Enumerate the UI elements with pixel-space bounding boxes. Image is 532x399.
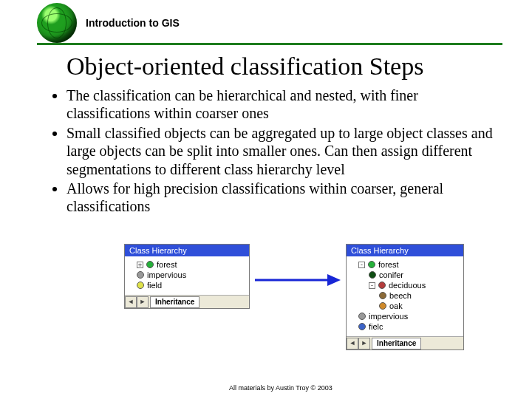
tree-row[interactable]: - deciduous xyxy=(349,280,460,290)
tree-label: forest xyxy=(378,260,399,269)
class-color-icon xyxy=(379,292,386,299)
panel-footer: ◄ ► Inheritance xyxy=(125,295,249,308)
panel-title: Class Hierarchy xyxy=(347,245,463,256)
tree-row[interactable]: impervious xyxy=(128,270,246,280)
class-color-icon xyxy=(137,282,144,289)
arrow-icon xyxy=(250,272,346,288)
tree-left: + forest impervious field xyxy=(125,256,249,295)
course-title: Introduction to GIS xyxy=(86,17,180,29)
slide-title: Object-oriented classification Steps xyxy=(66,52,532,81)
panel-footer: ◄ ► Inheritance xyxy=(347,336,463,349)
tree-row[interactable]: - forest xyxy=(349,259,460,270)
tree-label: conifer xyxy=(379,270,403,279)
tree-label: fielc xyxy=(369,322,383,331)
class-color-icon xyxy=(369,271,376,279)
scroll-left-button[interactable]: ◄ xyxy=(125,296,137,308)
tree-label: impervious xyxy=(147,270,186,279)
tree-row[interactable]: field xyxy=(128,280,246,290)
header-rule xyxy=(37,43,502,45)
tree-row[interactable]: fielc xyxy=(349,321,460,332)
class-color-icon xyxy=(146,261,154,268)
class-hierarchy-panel-right: Class Hierarchy - forest conifer - decid… xyxy=(346,244,464,350)
bullet-list: The classification can be hierarchical a… xyxy=(52,86,502,216)
slide-header: Introduction to GIS xyxy=(0,0,532,43)
hierarchy-panels: Class Hierarchy + forest impervious fiel… xyxy=(124,244,464,350)
panel-title: Class Hierarchy xyxy=(125,245,249,256)
tree-label: impervious xyxy=(369,312,408,321)
tree-label: field xyxy=(147,281,162,290)
svg-marker-1 xyxy=(327,274,341,286)
tree-row[interactable]: impervious xyxy=(349,311,460,321)
tree-label: deciduous xyxy=(389,281,426,290)
class-color-icon xyxy=(137,271,144,279)
scroll-right-button[interactable]: ► xyxy=(358,338,370,349)
tree-label: beech xyxy=(389,291,412,300)
tree-row[interactable]: conifer xyxy=(349,270,460,280)
tree-row[interactable]: oak xyxy=(349,301,460,311)
scroll-left-button[interactable]: ◄ xyxy=(347,338,358,349)
expander-icon[interactable]: - xyxy=(369,282,375,289)
tree-label: forest xyxy=(157,260,177,269)
scroll-right-button[interactable]: ► xyxy=(137,296,149,308)
class-hierarchy-panel-left: Class Hierarchy + forest impervious fiel… xyxy=(124,244,250,309)
expander-icon[interactable]: + xyxy=(137,262,143,268)
class-color-icon xyxy=(358,323,366,330)
tree-label: oak xyxy=(389,301,403,310)
tree-right: - forest conifer - deciduous beech oak xyxy=(347,256,463,336)
expander-icon[interactable]: - xyxy=(358,262,365,268)
tab-inheritance[interactable]: Inheritance xyxy=(150,296,200,308)
tree-row[interactable]: beech xyxy=(349,290,460,301)
tree-row[interactable]: + forest xyxy=(128,259,246,270)
bullet-item: The classification can be hierarchical a… xyxy=(66,86,502,123)
tab-inheritance[interactable]: Inheritance xyxy=(372,338,421,349)
credit-line: All materials by Austin Troy © 2003 xyxy=(229,384,332,392)
class-color-icon xyxy=(378,282,386,289)
class-color-icon xyxy=(368,261,375,268)
globe-icon xyxy=(37,3,77,43)
class-color-icon xyxy=(358,313,366,320)
class-color-icon xyxy=(379,302,386,310)
bullet-item: Small classified objects can be aggregat… xyxy=(66,124,502,178)
bullet-item: Allows for high precision classification… xyxy=(66,180,502,216)
